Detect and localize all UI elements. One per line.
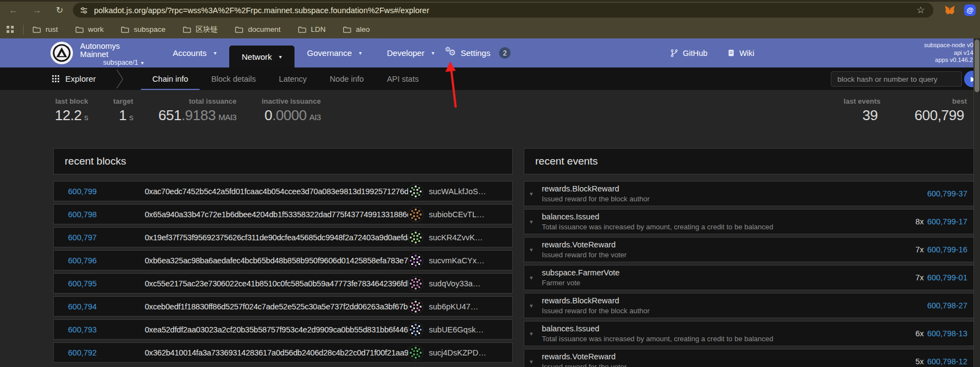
expand-toggle-icon[interactable]: ▾	[530, 218, 542, 225]
bookmark-folder[interactable]: document	[235, 25, 280, 33]
block-hash: 0xea52dfdf2aa03023a2cf20b35b58757f953c4e…	[145, 325, 408, 334]
summary-label: target	[114, 97, 133, 105]
expand-toggle-icon[interactable]: ▾	[530, 246, 542, 253]
expand-toggle-icon[interactable]: ▾	[530, 190, 542, 197]
summary-right: last events 39 best 600,799	[809, 97, 967, 124]
nav-menu-item[interactable]: Network ▾	[229, 46, 294, 67]
event-name: rewards.VoteReward	[542, 240, 909, 249]
nav-menu-item[interactable]: Accounts ▾	[160, 38, 229, 67]
block-number-link[interactable]: 600,799	[68, 187, 111, 196]
app-nav: Autonomys Mainnet subspace/1▾ #600,799 A…	[0, 38, 980, 67]
block-author[interactable]: sucWALkfJoS…	[408, 184, 503, 199]
event-name: rewards.VoteReward	[542, 352, 909, 361]
bookmark-star-icon[interactable]: ☆	[916, 4, 925, 16]
nav-item-label: Developer	[387, 48, 424, 58]
page-scrollbar[interactable]	[973, 38, 980, 367]
expand-toggle-icon[interactable]: ▾	[530, 302, 542, 309]
block-number-link[interactable]: 600,796	[68, 256, 111, 265]
recent-blocks-header: recent blocks	[53, 148, 513, 174]
expand-toggle-icon[interactable]: ▾	[530, 274, 542, 281]
summary-label: best	[915, 97, 967, 105]
explorer-section[interactable]: Explorer	[52, 74, 96, 83]
block-hash: 0x362b410014fa3a73369314283617a0d56db240…	[145, 348, 408, 357]
github-label: GitHub	[683, 49, 707, 58]
block-author[interactable]: sucKR4ZvvK…	[408, 230, 503, 245]
bookmark-folder[interactable]: subspace	[121, 25, 166, 33]
gear-icon: ⚙⚙	[445, 48, 456, 58]
block-author[interactable]: sucvmKaCYx…	[408, 253, 503, 268]
block-search-input[interactable]	[831, 71, 962, 87]
block-number-link[interactable]: 600,793	[68, 325, 111, 334]
github-link[interactable]: GitHub	[670, 49, 707, 58]
event-block-link[interactable]: 600,799-16	[927, 245, 967, 254]
screen: ← → ↻ polkadot.js.org/apps/?rpc=wss%3A%2…	[0, 0, 980, 367]
block-number-link[interactable]: 600,797	[68, 233, 111, 242]
browser-chrome: ← → ↻ polkadot.js.org/apps/?rpc=wss%3A%2…	[0, 0, 980, 20]
event-name: balances.Issued	[542, 324, 909, 333]
bookmark-folder[interactable]: aleo	[343, 25, 370, 33]
metamask-icon[interactable]	[944, 5, 955, 15]
event-row: ▾ balances.Issued Total issuance was inc…	[524, 321, 978, 346]
chevron-down-icon: ▾	[359, 50, 362, 56]
wiki-link[interactable]: Wiki	[727, 49, 754, 58]
site-settings-icon[interactable]	[80, 6, 88, 15]
event-count: 7x	[915, 273, 924, 282]
event-text: rewards.BlockReward Issued reward for th…	[542, 184, 917, 203]
reload-icon[interactable]: ↻	[56, 6, 63, 15]
block-number-link[interactable]: 600,798	[68, 210, 111, 219]
block-author[interactable]: subUE6Gqsk…	[408, 322, 503, 337]
block-number-link[interactable]: 600,795	[68, 279, 111, 288]
block-author[interactable]: sudqVoy33a…	[408, 276, 503, 291]
identicon	[408, 230, 423, 245]
forward-icon[interactable]: →	[32, 5, 42, 15]
settings-badge: 2	[499, 47, 511, 59]
block-author[interactable]: sub6pKU47…	[408, 299, 503, 314]
tab[interactable]: Chain info	[141, 67, 200, 90]
bookmark-folder[interactable]: LDN	[298, 25, 326, 33]
tab[interactable]: Node info	[318, 67, 375, 90]
nav-menu-item[interactable]: Governance ▾	[294, 38, 375, 67]
event-block-link[interactable]: 600,799-37	[927, 189, 967, 198]
block-author[interactable]: subiobCEvTL…	[408, 207, 503, 222]
scrollbar-thumb[interactable]	[975, 39, 979, 92]
apps-grid-icon[interactable]	[7, 26, 14, 33]
extension-icon[interactable]: @	[964, 4, 976, 16]
event-block-link[interactable]: 600,799-01	[927, 273, 967, 282]
summary-card: total issuance 651.9183MAI3	[158, 97, 236, 124]
folder-icon	[121, 26, 129, 33]
block-author[interactable]: sucj4DsKZPD…	[408, 345, 503, 360]
block-number-link[interactable]: 600,792	[68, 348, 111, 357]
expand-toggle-icon[interactable]: ▾	[530, 358, 542, 365]
bookmark-folder[interactable]: rust	[32, 25, 58, 33]
bookmark-label: 区块链	[196, 25, 218, 35]
grid-icon	[52, 75, 59, 82]
event-ref: 7x600,799-16	[915, 245, 967, 254]
block-hash: 0xceb0edf1f18830ff86d5257f024c7ade52e525…	[145, 302, 408, 311]
summary-card: last events 39	[843, 97, 880, 124]
summary-left: last block 12.2s target 1s total issuanc…	[55, 97, 346, 124]
tab[interactable]: API stats	[375, 67, 430, 90]
recent-blocks-title: recent blocks	[65, 155, 126, 167]
expand-toggle-icon[interactable]: ▾	[530, 330, 542, 337]
event-block-link[interactable]: 600,798-27	[927, 301, 967, 310]
git-branch-icon	[670, 49, 678, 58]
event-ref: 8x600,799-17	[915, 217, 967, 226]
bookmark-folder[interactable]: 区块链	[183, 25, 218, 35]
settings-menu-item[interactable]: ⚙⚙ Settings 2	[438, 38, 518, 67]
block-row: 600,797 0x19ef37f753f95692375626cf311de9…	[53, 227, 513, 247]
event-block-link[interactable]: 600,798-13	[927, 329, 967, 338]
event-description: Issued reward for the voter	[542, 251, 909, 259]
block-number-link[interactable]: 600,794	[68, 302, 111, 311]
tab[interactable]: Latency	[268, 67, 319, 90]
event-text: subspace.FarmerVote Farmer vote	[542, 268, 909, 287]
summary-card: last block 12.2s	[55, 97, 88, 124]
tab[interactable]: Block details	[200, 67, 267, 90]
url-bar[interactable]: polkadot.js.org/apps/?rpc=wss%3A%2F%2Frp…	[73, 3, 933, 18]
event-block-link[interactable]: 600,799-17	[927, 217, 967, 226]
autonomys-logo[interactable]	[50, 41, 73, 65]
recent-events-list: ▾ rewards.BlockReward Issued reward for …	[524, 181, 978, 367]
nav-menu: Accounts ▾ Network ▾ Governance ▾ Develo…	[160, 38, 447, 67]
back-icon[interactable]: ←	[9, 5, 18, 15]
event-block-link[interactable]: 600,798-12	[927, 357, 967, 366]
bookmark-folder[interactable]: work	[75, 25, 104, 33]
